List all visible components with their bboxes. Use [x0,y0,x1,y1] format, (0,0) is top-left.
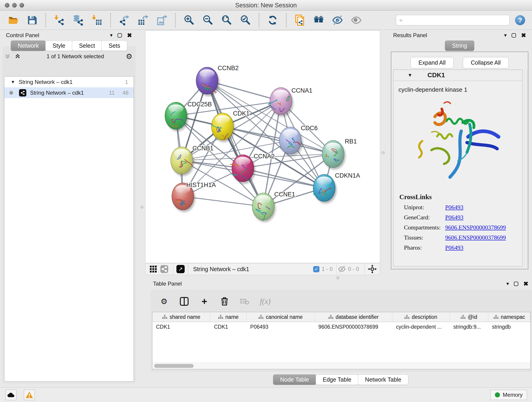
create-column-icon[interactable]: + [199,296,209,306]
neighbors-houses-icon[interactable] [313,15,324,26]
column-header-shared-name[interactable]: shared name [152,312,210,322]
refresh-icon[interactable] [267,15,278,26]
column-header-@id[interactable]: @id [450,312,488,322]
separator [336,263,336,275]
crosslink-link[interactable]: 9606.ENSP00000378699 [445,224,506,231]
tab-network[interactable]: Network [11,41,46,51]
network-node-CDC25B[interactable]: CDC25B [165,101,212,131]
window-title: Session: New Session [0,2,532,9]
search-input[interactable] [404,17,507,23]
column-type-icon [162,315,167,319]
network-collection-row[interactable]: ▼ String Network – cdk1 1 [4,77,133,87]
results-scrollbar[interactable] [525,70,527,267]
crosslink-link[interactable]: P06493 [445,204,463,211]
table-cell: cyclin-dependent ... [392,322,450,332]
panel-close-icon[interactable]: ✖ [521,32,526,39]
crosslink-link[interactable]: P06493 [445,214,463,221]
column-header-canonical-name[interactable]: canonical name [247,312,315,322]
open-in-new-window-icon[interactable]: ↗ [177,265,185,273]
expand-all-networks-icon[interactable] [5,53,11,59]
panel-float-icon[interactable] [118,33,122,38]
network-node-CCNA1[interactable]: CCNA1 [268,87,312,117]
expand-all-button[interactable]: Expand All [411,57,454,68]
zoom-fit-icon[interactable] [221,15,232,26]
panel-close-icon[interactable]: ✖ [127,32,132,39]
network-row[interactable]: String Network – cdk1 11 48 [4,87,133,98]
tab-network-table[interactable]: Network Table [358,375,408,385]
warnings-button[interactable] [24,390,35,400]
gene-expand-icon[interactable]: ▼ [408,72,412,78]
network-node-CCNB1[interactable]: CCNB1 [171,145,214,176]
left-divider-handle[interactable] [140,206,143,209]
export-image-icon[interactable] [156,15,167,26]
function-builder-icon[interactable]: f(x) [260,296,271,306]
network-graph: CCNB2CCNA1CDC25BCDK1CDC6RB1CCNB1CCNA2CDK… [146,31,380,263]
panel-collapse-icon[interactable]: ▾ [110,32,113,38]
hide-selected-eye-icon[interactable] [332,15,343,26]
panel-collapse-icon[interactable]: ▾ [506,281,509,287]
import-table-icon[interactable] [91,15,102,26]
pan-crosshair-icon[interactable] [368,265,377,274]
zoom-in-icon[interactable] [184,15,195,26]
crosslink-link[interactable]: 9606.ENSP00000378699 [445,234,506,241]
network-node-HIST1H1A[interactable]: HIST1H1A [172,182,216,212]
column-header-description[interactable]: description [392,312,450,322]
table-horizontal-scrollbar[interactable] [152,363,530,369]
tab-style[interactable]: Style [45,41,72,51]
network-node-CCNB2[interactable]: CCNB2 [196,65,239,96]
birdseye-grid-icon[interactable] [148,264,159,274]
network-options-gear-icon[interactable]: ⚙ [126,52,133,61]
duplicate-network-icon[interactable] [294,15,305,26]
network-node-CDKN1A[interactable]: CDKN1A [313,172,360,204]
tab-sets[interactable]: Sets [101,41,127,51]
collection-expand-icon[interactable]: ▼ [11,80,15,85]
column-label: database identifier [336,314,379,320]
show-columns-icon[interactable] [179,296,189,306]
table-options-gear-icon[interactable]: ⚙ [159,296,169,306]
save-session-icon[interactable] [27,15,38,26]
panel-collapse-icon[interactable]: ▾ [504,32,507,38]
table-row[interactable]: CDK1CDK1P064939606.ENSP00000378699cyclin… [152,322,530,332]
crosslink-link[interactable]: P06493 [445,244,463,251]
column-header-name[interactable]: name [210,312,247,322]
gene-entry-header[interactable]: ▼ CDK1 [393,70,522,81]
network-node-CDC6[interactable]: CDC6 [279,125,318,156]
tab-edge-table[interactable]: Edge Table [316,375,359,385]
panel-close-icon[interactable]: ✖ [523,280,528,287]
network-node-RB1[interactable]: RB1 [322,138,357,170]
network-share-icon[interactable] [159,264,170,274]
right-divider-handle[interactable] [382,151,385,154]
network-canvas[interactable]: CCNB2CCNA1CDC25BCDK1CDC6RB1CCNB1CCNA2CDK… [145,31,380,263]
bottom-divider-handle[interactable] [336,276,339,279]
tab-node-table[interactable]: Node Table [273,375,316,385]
export-table-icon[interactable] [138,15,148,26]
help-button[interactable]: ? [515,15,525,25]
toolbar-search-box[interactable]: ⌕ [396,15,510,26]
network-node-CCNE1[interactable]: CCNE1 [252,191,295,222]
delete-column-icon[interactable] [220,296,230,306]
collapse-all-networks-icon[interactable] [15,53,21,59]
scrollbar-thumb[interactable] [154,364,194,368]
collapse-all-button[interactable]: Collapse All [463,57,509,68]
node-label-CDKN1A: CDKN1A [335,172,360,179]
column-label: namespac [501,314,525,320]
export-network-icon[interactable] [119,15,130,26]
panel-float-icon[interactable] [512,33,516,38]
selected-items-checkbox[interactable]: ✓ [313,266,319,272]
import-network-database-icon[interactable] [73,15,84,26]
import-network-file-icon[interactable] [54,15,65,26]
column-header-namespac[interactable]: namespac [488,312,530,322]
open-session-icon[interactable] [8,15,19,26]
zoom-out-icon[interactable] [202,15,213,26]
column-header-database-identifier[interactable]: database identifier [315,312,393,322]
zoom-selected-icon[interactable] [240,15,251,26]
show-all-eye-icon[interactable] [351,15,362,26]
node-label-CDK1: CDK1 [233,110,249,117]
delete-table-icon[interactable] [240,296,250,306]
tab-string[interactable]: String [445,41,474,51]
panel-float-icon[interactable] [514,282,518,286]
tab-select[interactable]: Select [72,41,102,51]
memory-button[interactable]: Memory [491,390,527,400]
node-label-CDC25B: CDC25B [187,101,212,108]
cloud-button[interactable] [6,390,17,400]
